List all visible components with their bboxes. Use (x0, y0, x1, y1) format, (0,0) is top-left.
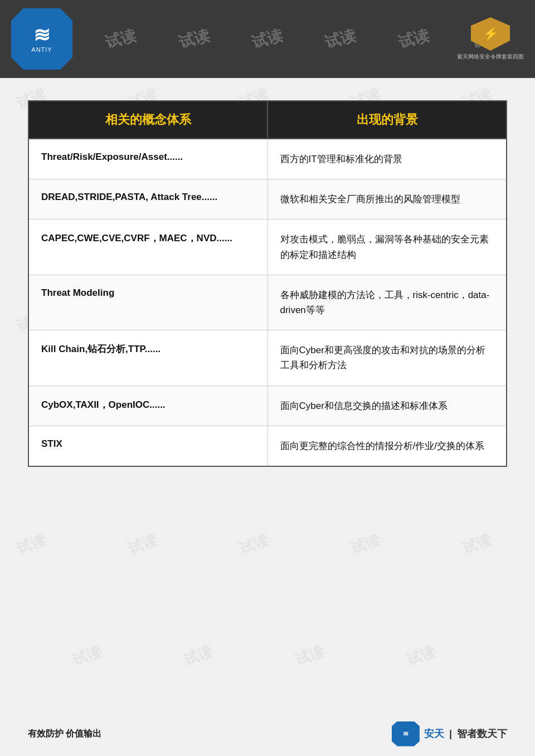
table-cell-left-4: Kill Chain,钻石分析,TTP...... (28, 330, 268, 386)
concept-table: 相关的概念体系 出现的背景 Threat/Risk/Exposure/Asset… (28, 100, 507, 467)
footer-antiy-logo: ≋ (392, 721, 420, 747)
table-row: Threat/Risk/Exposure/Asset......西方的IT管理和… (28, 139, 507, 179)
table-cell-right-4: 面向Cyber和更高强度的攻击和对抗的场景的分析工具和分析方法 (268, 330, 507, 386)
header-wm-6: 试读 (396, 25, 432, 53)
footer-right: ≋ 安天 | 智者数天下 (392, 721, 507, 747)
watermark: 试读 (460, 530, 494, 559)
header-wm-3: 试读 (177, 25, 212, 53)
footer-logo-symbol: ≋ (403, 730, 408, 738)
watermark: 试读 (405, 642, 439, 670)
table-cell-left-0: Threat/Risk/Exposure/Asset...... (28, 139, 268, 179)
footer-brand-main: 安天 | 智者数天下 (424, 728, 507, 739)
table-row: Threat Modeling各种威胁建模的方法论，工具，risk-centri… (28, 275, 507, 330)
watermark: 试读 (349, 530, 383, 559)
footer-left-text: 有效防护 价值输出 (28, 728, 101, 740)
watermark: 试读 (182, 642, 216, 670)
table-cell-right-6: 面向更完整的综合性的情报分析/作业/交换的体系 (268, 426, 507, 466)
antiy-text: 安天 (424, 728, 444, 739)
table-row: CAPEC,CWE,CVE,CVRF，MAEC，NVD......对攻击模式，脆… (28, 220, 507, 275)
table-cell-left-5: CybOX,TAXII，OpenIOC...... (28, 386, 268, 426)
table-row: DREAD,STRIDE,PASTA, Attack Tree......微软和… (28, 179, 507, 220)
logo-label: ANTIY (31, 46, 52, 53)
table-cell-left-1: DREAD,STRIDE,PASTA, Attack Tree...... (28, 179, 268, 220)
header: ≋ ANTIY 试读 试读 试读 试读 试读 试读 试读 ⚡ 紫天网络安全令牌套… (0, 0, 535, 78)
table-cell-right-2: 对攻击模式，脆弱点，漏洞等各种基础的安全元素的标定和描述结构 (268, 220, 507, 275)
table-cell-right-1: 微软和相关安全厂商所推出的风险管理模型 (268, 179, 507, 220)
col1-header: 相关的概念体系 (28, 101, 268, 139)
antiy-logo: ≋ ANTIY (11, 8, 72, 70)
footer: 有效防护 价值输出 ≋ 安天 | 智者数天下 (0, 711, 535, 756)
watermark: 试读 (126, 530, 160, 559)
table-header-row: 相关的概念体系 出现的背景 (28, 101, 507, 139)
footer-brand-sub: 智者数天下 (457, 728, 507, 739)
watermark: 试读 (293, 642, 327, 670)
table-row: STIX面向更完整的综合性的情报分析/作业/交换的体系 (28, 426, 507, 466)
table-cell-left-2: CAPEC,CWE,CVE,CVRF，MAEC，NVD...... (28, 220, 268, 275)
table-cell-left-3: Threat Modeling (28, 275, 268, 330)
header-wm-4: 试读 (250, 25, 285, 53)
table-row: CybOX,TAXII，OpenIOC......面向Cyber和信息交换的描述… (28, 386, 507, 426)
shield-icon: ⚡ (483, 27, 498, 41)
header-wm-5: 试读 (323, 25, 358, 53)
main-content: 相关的概念体系 出现的背景 Threat/Risk/Exposure/Asset… (0, 78, 535, 478)
header-watermarks: 试读 试读 试读 试读 试读 试读 试读 (0, 0, 535, 78)
footer-brand: 安天 | 智者数天下 (424, 727, 507, 740)
watermark: 试读 (237, 530, 271, 559)
header-wm-2: 试读 (103, 25, 139, 53)
table-cell-right-5: 面向Cyber和信息交换的描述和标准体系 (268, 386, 507, 426)
table-cell-right-3: 各种威胁建模的方法论，工具，risk-centric，data-driven等等 (268, 275, 507, 330)
watermark: 试读 (70, 642, 104, 670)
table-row: Kill Chain,钻石分析,TTP......面向Cyber和更高强度的攻击… (28, 330, 507, 386)
separator: | (449, 728, 452, 739)
header-right-logo: ⚡ 紫天网络安全令牌套装四图 (457, 17, 524, 61)
header-right-text: 紫天网络安全令牌套装四图 (457, 53, 524, 61)
logo-symbol: ≋ (33, 25, 50, 45)
table-cell-right-0: 西方的IT管理和标准化的背景 (268, 139, 507, 179)
watermark: 试读 (14, 530, 48, 559)
table-cell-left-6: STIX (28, 426, 268, 466)
col2-header: 出现的背景 (268, 101, 507, 139)
